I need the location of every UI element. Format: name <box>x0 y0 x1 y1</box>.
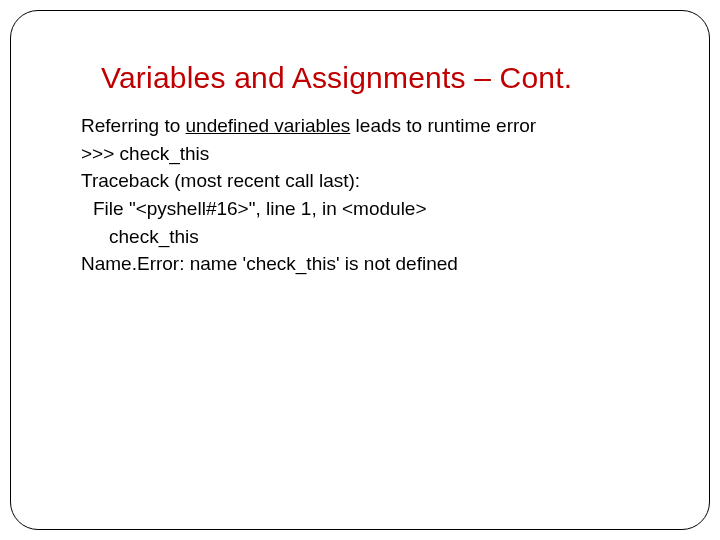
ref-line: check_this <box>81 224 669 250</box>
slide-frame: Variables and Assignments – Cont. Referr… <box>10 10 710 530</box>
intro-post: leads to runtime error <box>350 115 536 136</box>
traceback-line: Traceback (most recent call last): <box>81 168 669 194</box>
code-prompt-line: >>> check_this <box>81 141 669 167</box>
slide-title: Variables and Assignments – Cont. <box>101 61 669 95</box>
error-line: Name.Error: name 'check_this' is not def… <box>81 251 669 277</box>
slide-body: Referring to undefined variables leads t… <box>81 113 669 277</box>
file-line: File "<pyshell#16>", line 1, in <module> <box>81 196 669 222</box>
intro-line: Referring to undefined variables leads t… <box>81 113 669 139</box>
intro-underlined: undefined variables <box>186 115 351 136</box>
intro-pre: Referring to <box>81 115 186 136</box>
